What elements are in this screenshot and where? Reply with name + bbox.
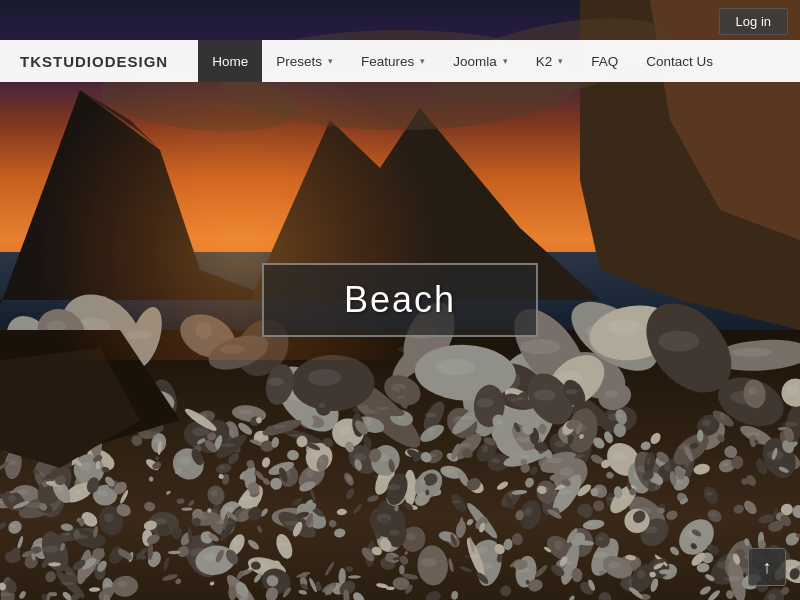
nav-label-faq: FAQ bbox=[591, 54, 618, 69]
hero-title: Beach bbox=[344, 279, 456, 321]
nav-label-contact: Contact Us bbox=[646, 54, 713, 69]
nav-label-features: Features bbox=[361, 54, 414, 69]
login-button[interactable]: Log in bbox=[719, 8, 788, 35]
nav-label-joomla: Joomla bbox=[453, 54, 497, 69]
nav-link-joomla[interactable]: Joomla ▾ bbox=[439, 40, 522, 82]
nav-item-joomla[interactable]: Joomla ▾ bbox=[439, 40, 522, 82]
nav-label-presets: Presets bbox=[276, 54, 322, 69]
nav-item-presets[interactable]: Presets ▾ bbox=[262, 40, 347, 82]
nav-link-contact[interactable]: Contact Us bbox=[632, 40, 727, 82]
nav-item-features[interactable]: Features ▾ bbox=[347, 40, 439, 82]
nav-item-faq[interactable]: FAQ bbox=[577, 40, 632, 82]
nav-label-home: Home bbox=[212, 54, 248, 69]
login-bar: Log in bbox=[707, 0, 800, 43]
nav-link-features[interactable]: Features ▾ bbox=[347, 40, 439, 82]
chevron-down-icon: ▾ bbox=[420, 56, 425, 66]
chevron-down-icon: ▾ bbox=[328, 56, 333, 66]
navbar: TKSTUDIODESIGN Home Presets ▾ Features ▾… bbox=[0, 40, 800, 82]
nav-item-k2[interactable]: K2 ▾ bbox=[522, 40, 578, 82]
hero-title-box: Beach bbox=[262, 263, 538, 337]
chevron-down-icon: ▾ bbox=[503, 56, 508, 66]
nav-link-faq[interactable]: FAQ bbox=[577, 40, 632, 82]
nav-label-k2: K2 bbox=[536, 54, 553, 69]
site-brand: TKSTUDIODESIGN bbox=[20, 53, 168, 70]
nav-link-home[interactable]: Home bbox=[198, 40, 262, 82]
chevron-down-icon: ▾ bbox=[558, 56, 563, 66]
nav-menu: Home Presets ▾ Features ▾ Joomla ▾ K2 ▾ bbox=[198, 40, 727, 82]
nav-link-presets[interactable]: Presets ▾ bbox=[262, 40, 347, 82]
nav-item-home[interactable]: Home bbox=[198, 40, 262, 82]
scroll-top-button[interactable]: ↑ bbox=[748, 548, 786, 586]
nav-link-k2[interactable]: K2 ▾ bbox=[522, 40, 578, 82]
hero-overlay: Beach bbox=[262, 263, 538, 337]
nav-item-contact[interactable]: Contact Us bbox=[632, 40, 727, 82]
arrow-up-icon: ↑ bbox=[763, 557, 772, 578]
